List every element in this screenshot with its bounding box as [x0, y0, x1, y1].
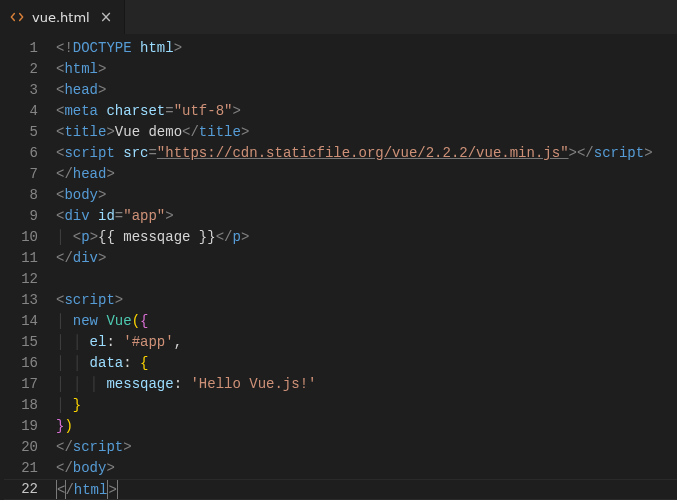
token: head	[64, 82, 98, 98]
token: </	[56, 166, 73, 182]
token: >	[115, 292, 123, 308]
code-line[interactable]: <title>Vue demo</title>	[56, 122, 653, 143]
line-number: 2	[0, 59, 38, 80]
token: body	[64, 187, 98, 203]
tab-filename: vue.html	[32, 10, 90, 25]
token: >	[644, 145, 652, 161]
code-area[interactable]: <!DOCTYPE html><html><head><meta charset…	[52, 34, 653, 500]
token: >	[174, 40, 182, 56]
token: </	[56, 250, 73, 266]
token: │	[56, 313, 73, 329]
token: html	[140, 40, 174, 56]
token: {	[140, 355, 148, 371]
line-number: 4	[0, 101, 38, 122]
token: >	[123, 439, 131, 455]
token: id	[98, 208, 115, 224]
code-line[interactable]: </div>	[56, 248, 653, 269]
code-line[interactable]: <script>	[56, 290, 653, 311]
code-line[interactable]: │ new Vue({	[56, 311, 653, 332]
token: >	[106, 460, 114, 476]
token: body	[73, 460, 107, 476]
code-line[interactable]: │ }	[56, 395, 653, 416]
token: :	[106, 334, 123, 350]
code-line[interactable]: </body>	[56, 458, 653, 479]
line-number: 21	[0, 458, 38, 479]
token: messqage	[106, 376, 173, 392]
token: script	[64, 145, 114, 161]
code-line[interactable]: </head>	[56, 164, 653, 185]
token: "utf-8"	[174, 103, 233, 119]
line-number: 5	[0, 122, 38, 143]
token: │ │	[56, 334, 90, 350]
editor[interactable]: 12345678910111213141516171819202122 <!DO…	[0, 34, 677, 500]
token: "https://cdn.staticfile.org/vue/2.2.2/vu…	[157, 145, 569, 161]
code-line[interactable]: <div id="app">	[56, 206, 653, 227]
line-number: 7	[0, 164, 38, 185]
token: =	[115, 208, 123, 224]
token: │	[56, 397, 73, 413]
code-line[interactable]: │ │ │ messqage: 'Hello Vue.js!'	[56, 374, 653, 395]
token: }	[73, 397, 81, 413]
token: script	[64, 292, 114, 308]
code-line[interactable]: </script>	[56, 437, 653, 458]
line-number: 8	[0, 185, 38, 206]
token: >	[98, 61, 106, 77]
line-number: 1	[0, 38, 38, 59]
code-line[interactable]: │ │ data: {	[56, 353, 653, 374]
token: >	[165, 208, 173, 224]
token: </	[56, 439, 73, 455]
line-number: 16	[0, 353, 38, 374]
token: 'Hello Vue.js!'	[190, 376, 316, 392]
line-number: 15	[0, 332, 38, 353]
code-line[interactable]: │ <p>{{ messqage }}</p>	[56, 227, 653, 248]
line-number-gutter: 12345678910111213141516171819202122	[0, 34, 52, 500]
code-line[interactable]: <script src="https://cdn.staticfile.org/…	[56, 143, 653, 164]
line-number: 19	[0, 416, 38, 437]
code-line[interactable]: <body>	[56, 185, 653, 206]
token: script	[594, 145, 644, 161]
code-line[interactable]: </html>	[56, 479, 653, 500]
token: div	[73, 250, 98, 266]
token: src	[123, 145, 148, 161]
line-number: 6	[0, 143, 38, 164]
close-icon[interactable]: ×	[98, 8, 115, 27]
token: │ │ │	[56, 376, 106, 392]
token: :	[123, 355, 140, 371]
code-line[interactable]: <!DOCTYPE html>	[56, 38, 653, 59]
line-number: 3	[0, 80, 38, 101]
code-line[interactable]: <html>	[56, 59, 653, 80]
token: │ │	[56, 355, 90, 371]
token: <	[73, 229, 81, 245]
token: title	[199, 124, 241, 140]
token: p	[232, 229, 240, 245]
token	[132, 40, 140, 56]
code-line[interactable]: <head>	[56, 80, 653, 101]
token	[115, 145, 123, 161]
line-number: 11	[0, 248, 38, 269]
token: div	[64, 208, 89, 224]
token: >	[98, 82, 106, 98]
tab-bar: vue.html ×	[0, 0, 677, 34]
token	[90, 208, 98, 224]
token: script	[73, 439, 123, 455]
token: el	[90, 334, 107, 350]
tab-vue-html[interactable]: vue.html ×	[0, 0, 125, 34]
token: Vue demo	[115, 124, 182, 140]
html-file-icon	[10, 10, 24, 24]
token: title	[64, 124, 106, 140]
token: >	[232, 103, 240, 119]
code-line[interactable]	[56, 269, 653, 290]
token: charset	[106, 103, 165, 119]
token: >	[106, 166, 114, 182]
line-number: 22	[0, 479, 38, 500]
code-line[interactable]: │ │ el: '#app',	[56, 332, 653, 353]
token: head	[73, 166, 107, 182]
code-line[interactable]: })	[56, 416, 653, 437]
line-number: 10	[0, 227, 38, 248]
token: >	[98, 250, 106, 266]
token: </	[56, 460, 73, 476]
token: >	[98, 187, 106, 203]
code-line[interactable]: <meta charset="utf-8">	[56, 101, 653, 122]
token: >	[106, 124, 114, 140]
token: ></	[569, 145, 594, 161]
